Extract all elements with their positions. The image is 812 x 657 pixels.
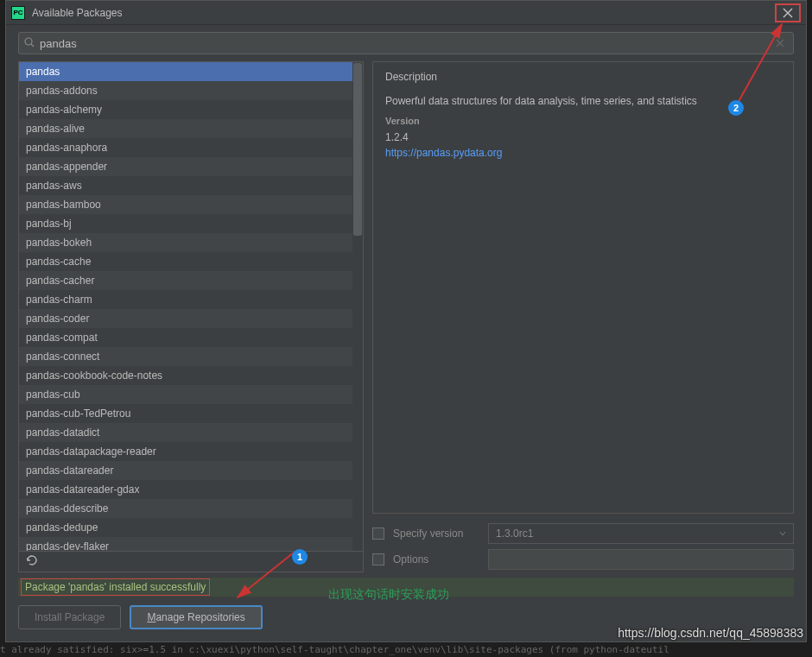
annotation-badge-2: 2 [728,100,744,116]
specify-version-select[interactable]: 1.3.0rc1 [488,523,794,544]
options-area: Specify version 1.3.0rc1 Options [372,521,794,572]
background-terminal-text: t already satisfied: six>=1.5 in c:\xuex… [0,644,669,655]
chevron-down-icon [779,527,786,540]
options-input[interactable] [488,549,794,570]
svg-point-0 [25,38,32,45]
package-item[interactable]: pandas-bokeh [19,233,363,252]
package-item[interactable]: pandas-appender [19,157,363,176]
left-column: pandaspandas-addonspandas-alchemypandas-… [18,61,364,572]
manage-mnemonic: M [147,611,155,623]
search-input[interactable] [40,37,772,50]
specify-version-checkbox[interactable] [372,527,384,540]
description-panel: Description Powerful data structures for… [372,61,794,514]
package-item[interactable]: pandas-datareader [19,461,363,480]
close-button[interactable] [775,3,801,22]
package-item[interactable]: pandas-cub-TedPetrou [19,404,363,423]
version-value: 1.2.4 [385,131,781,143]
annotation-text: 出现这句话时安装成功 [328,587,449,603]
options-checkbox[interactable] [372,553,384,565]
version-label: Version [385,116,781,126]
package-item[interactable]: pandas-datapackage-reader [19,442,363,461]
package-item[interactable]: pandas-aws [19,176,363,195]
package-item[interactable]: pandas-anaphora [19,138,363,157]
package-item[interactable]: pandas-alive [19,119,363,138]
package-item[interactable]: pandas-datareader-gdax [19,480,363,499]
manage-rest: anage Repositories [155,611,244,623]
window-title: Available Packages [32,7,775,19]
package-item[interactable]: pandas-datadict [19,423,363,442]
package-item[interactable]: pandas-cacher [19,271,363,290]
watermark: https://blog.csdn.net/qq_45898383 [618,626,803,640]
package-item[interactable]: pandas-charm [19,290,363,309]
description-text: Powerful data structures for data analys… [385,95,781,107]
specify-version-row: Specify version 1.3.0rc1 [372,521,794,546]
package-homepage-link[interactable]: https://pandas.pydata.org [385,147,502,159]
package-item[interactable]: pandas-connect [19,347,363,366]
specify-version-label: Specify version [393,527,479,540]
package-item[interactable]: pandas-cache [19,252,363,271]
pycharm-icon: PC [11,6,25,20]
main-area: pandaspandas-addonspandas-alchemypandas-… [6,61,806,572]
package-item[interactable]: pandas-compat [19,328,363,347]
specify-version-value: 1.3.0rc1 [496,527,533,540]
package-item[interactable]: pandas-cookbook-code-notes [19,366,363,385]
right-column: Description Powerful data structures for… [372,61,794,572]
package-item[interactable]: pandas-alchemy [19,100,363,119]
clear-search-icon[interactable] [772,37,788,50]
package-item[interactable]: pandas-ddescribe [19,499,363,518]
options-row: Options [372,546,794,572]
options-label: Options [393,553,479,565]
scrollbar[interactable] [352,62,363,551]
package-item[interactable]: pandas [19,62,363,81]
refresh-icon[interactable] [26,554,38,569]
package-item[interactable]: pandas-bj [19,214,363,233]
scroll-thumb[interactable] [353,63,362,236]
close-icon [783,8,793,18]
package-item[interactable]: pandas-dedupe [19,518,363,537]
package-item[interactable]: pandas-cub [19,385,363,404]
package-item[interactable]: pandas-coder [19,309,363,328]
package-item[interactable]: pandas-bamboo [19,195,363,214]
install-package-button[interactable]: Install Package [18,605,121,629]
search-row [6,25,806,61]
refresh-row [18,552,364,572]
package-item[interactable]: pandas-addons [19,81,363,100]
titlebar: PC Available Packages [6,1,806,25]
search-box[interactable] [18,32,794,54]
manage-repositories-button[interactable]: Manage Repositories [130,605,262,629]
available-packages-dialog: PC Available Packages pandaspandas-addon… [5,0,807,642]
status-message: Package 'pandas' installed successfully [21,578,210,596]
package-list[interactable]: pandaspandas-addonspandas-alchemypandas-… [18,61,364,552]
package-item[interactable]: pandas-dev-flaker [19,537,363,552]
annotation-badge-1: 1 [292,549,308,565]
description-heading: Description [385,71,781,83]
search-icon [24,37,35,50]
